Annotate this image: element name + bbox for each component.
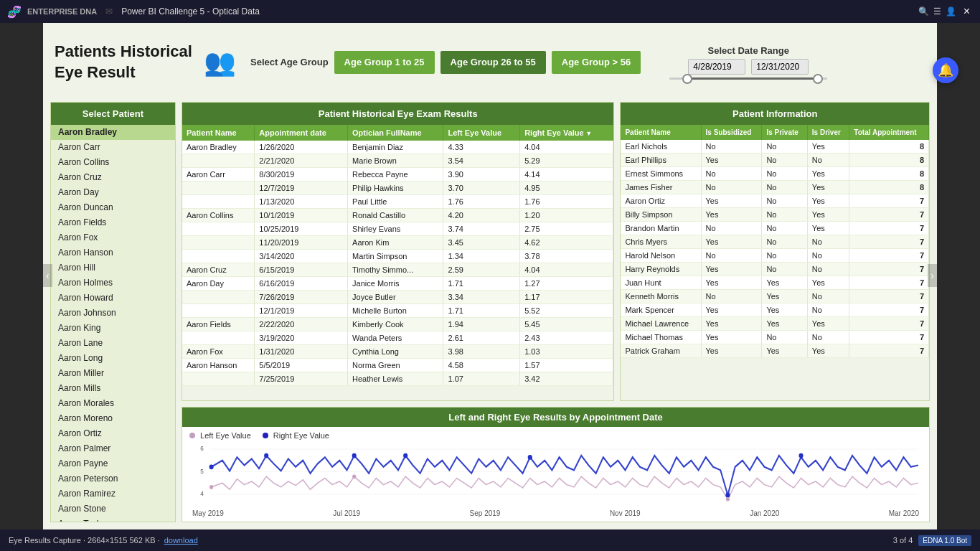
info-table-cell: Billy Simpson <box>621 208 701 222</box>
patient-list-item[interactable]: Aaron Ramirez <box>51 486 175 501</box>
info-table-cell: Aaron Ortiz <box>621 194 701 208</box>
info-table-cell: 7 <box>849 208 929 222</box>
patient-list[interactable]: Aaron BradleyAaron CarrAaron CollinsAaro… <box>51 125 175 522</box>
info-table-cell: Yes <box>701 235 762 249</box>
patient-list-item[interactable]: Aaron Lane <box>51 336 175 351</box>
download-link[interactable]: download <box>164 536 198 545</box>
info-table-cell: Yes <box>701 344 762 358</box>
exam-table-cell: 2/22/2020 <box>255 318 348 331</box>
info-table-cell: Brandon Martin <box>621 222 701 235</box>
info-table-cell: Yes <box>701 208 762 222</box>
exam-table-cell: 2.75 <box>520 222 613 236</box>
patient-list-item[interactable]: Aaron Bradley <box>51 125 175 140</box>
age-group-1-25-button[interactable]: Age Group 1 to 25 <box>334 51 435 75</box>
exam-table-row: 10/25/2019Shirley Evans3.742.75 <box>182 222 613 236</box>
patient-list-item[interactable]: Aaron Palmer <box>51 441 175 456</box>
info-table-cell: Yes <box>807 317 849 331</box>
exam-table-row: 1/13/2020Paul Little1.761.76 <box>182 195 613 209</box>
exam-table-row: Aaron Day6/16/2019Janice Morris1.711.27 <box>182 277 613 291</box>
patient-list-item[interactable]: Aaron Payne <box>51 456 175 471</box>
patient-list-item[interactable]: Aaron Hill <box>51 260 175 276</box>
patient-list-item[interactable]: Aaron Ortiz <box>51 426 175 441</box>
age-group-26-55-button[interactable]: Age Group 26 to 55 <box>440 51 546 75</box>
patient-list-item[interactable]: Aaron Taylor <box>51 517 175 522</box>
info-table-cell: Yes <box>807 167 849 181</box>
patient-list-item[interactable]: Aaron Holmes <box>51 276 175 291</box>
exam-table-cell: 2.61 <box>443 331 520 345</box>
svg-point-6 <box>209 464 214 469</box>
exam-table-row: 12/1/2019Michelle Burton1.715.52 <box>182 304 613 318</box>
exam-table-cell <box>182 291 255 304</box>
patient-list-item[interactable]: Aaron Moreno <box>51 411 175 426</box>
info-table-col-header: Is Private <box>762 125 807 140</box>
date-end-input[interactable] <box>751 59 809 75</box>
exam-table-cell: 5.29 <box>520 154 613 168</box>
exam-table-cell: Aaron Collins <box>182 209 255 222</box>
right-eye-dot <box>263 433 268 438</box>
patient-list-item[interactable]: Aaron Hanson <box>51 245 175 260</box>
patient-list-item[interactable]: Aaron Fields <box>51 215 175 230</box>
exam-table-cell: 6/16/2019 <box>255 277 348 291</box>
info-table-wrapper[interactable]: Patient NameIs SubsidizedIs PrivateIs Dr… <box>621 125 929 400</box>
age-group-56-button[interactable]: Age Group > 56 <box>552 51 641 75</box>
info-table-cell: 7 <box>849 194 929 208</box>
exam-table-row: Aaron Bradley1/26/2020Benjamin Diaz4.334… <box>182 141 613 154</box>
chart-x-labels: May 2019 Jul 2019 Sep 2019 Nov 2019 Jan … <box>189 509 922 517</box>
exam-table-cell: 10/1/2019 <box>255 209 348 222</box>
close-button[interactable]: × <box>961 5 973 18</box>
info-table-cell: Yes <box>762 344 807 358</box>
patient-list-item[interactable]: Aaron Day <box>51 185 175 200</box>
patient-list-item[interactable]: Aaron King <box>51 321 175 336</box>
patient-list-item[interactable]: Aaron Peterson <box>51 471 175 486</box>
user-icon[interactable]: 👤 <box>946 6 956 17</box>
exam-table-col-header: Right Eye Value ▼ <box>520 125 613 141</box>
nav-right-arrow[interactable]: › <box>928 264 937 287</box>
exam-table-cell: Paul Little <box>348 195 443 209</box>
exam-table-cell: 2.43 <box>520 331 613 345</box>
exam-table-wrapper[interactable]: Patient NameAppointment dateOptician Ful… <box>182 125 613 400</box>
patient-list-item[interactable]: Aaron Morales <box>51 396 175 411</box>
patient-list-item[interactable]: Aaron Cruz <box>51 170 175 185</box>
patient-list-item[interactable]: Aaron Miller <box>51 366 175 381</box>
patient-list-item[interactable]: Aaron Johnson <box>51 306 175 321</box>
exam-table-cell <box>182 195 255 209</box>
exam-table-cell: Cynthia Long <box>348 345 443 359</box>
exam-table-cell: 4.20 <box>443 209 520 222</box>
exam-table-row: 12/7/2019Philip Hawkins3.704.95 <box>182 182 613 195</box>
info-table-cell: Yes <box>807 222 849 235</box>
info-table-cell: Yes <box>807 276 849 290</box>
info-table-cell: No <box>762 208 807 222</box>
exam-table-cell: 4.58 <box>443 359 520 372</box>
info-table-row: Harry ReynoldsYesNoNo7 <box>621 263 928 276</box>
patient-list-item[interactable]: Aaron Long <box>51 351 175 366</box>
notification-bell[interactable]: 🔔 <box>933 57 958 83</box>
bottom-file-info: Eye Results Capture · 2664×1515 562 KB · <box>9 536 160 545</box>
exam-table-col-header: Appointment date <box>255 125 348 141</box>
search-icon[interactable]: 🔍 <box>918 6 929 17</box>
date-range-slider[interactable] <box>669 77 827 80</box>
patient-list-item[interactable]: Aaron Howard <box>51 291 175 306</box>
exam-table-cell: Philip Hawkins <box>348 182 443 195</box>
exam-table-cell: 1.27 <box>520 277 613 291</box>
patient-list-item[interactable]: Aaron Collins <box>51 155 175 170</box>
patient-list-item[interactable]: Aaron Fox <box>51 230 175 245</box>
exam-table-cell: 3/19/2020 <box>255 331 348 345</box>
chart-body: Left Eye Value Right Eye Value 6 5 4 <box>182 427 929 522</box>
sidebar-header: Select Patient <box>51 103 175 125</box>
info-table-cell: Yes <box>701 194 762 208</box>
svg-text:5: 5 <box>200 467 204 474</box>
info-table-cell: Michael Lawrence <box>621 317 701 331</box>
right-eye-legend: Right Eye Value <box>263 431 329 440</box>
info-table-cell: Kenneth Morris <box>621 290 701 303</box>
svg-point-8 <box>352 453 357 458</box>
exam-table-cell: Heather Lewis <box>348 372 443 386</box>
exam-table-cell: Aaron Fields <box>182 318 255 331</box>
patient-list-item[interactable]: Aaron Mills <box>51 381 175 396</box>
patient-list-item[interactable]: Aaron Stone <box>51 501 175 517</box>
nav-left-arrow[interactable]: ‹ <box>43 264 52 287</box>
menu-icon[interactable]: ☰ <box>933 6 941 17</box>
patient-list-item[interactable]: Aaron Duncan <box>51 200 175 215</box>
patient-list-item[interactable]: Aaron Carr <box>51 140 175 155</box>
info-table-cell: 7 <box>849 276 929 290</box>
date-start-input[interactable] <box>688 59 745 75</box>
